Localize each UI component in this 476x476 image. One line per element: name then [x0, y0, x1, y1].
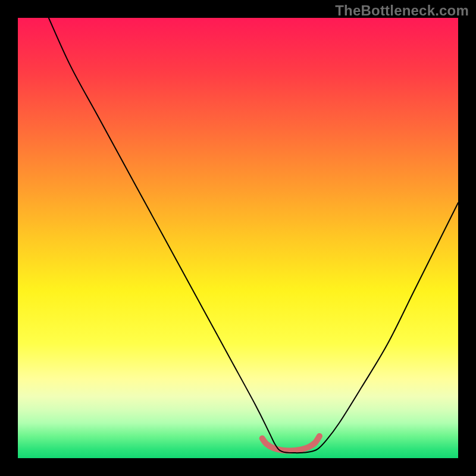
plot-area [18, 18, 458, 458]
curves-svg [18, 18, 458, 458]
bottleneck-curve-path [49, 18, 458, 453]
chart-frame: TheBottleneck.com [0, 0, 476, 476]
optimal-band-path [262, 436, 320, 450]
watermark-text: TheBottleneck.com [335, 2, 469, 19]
